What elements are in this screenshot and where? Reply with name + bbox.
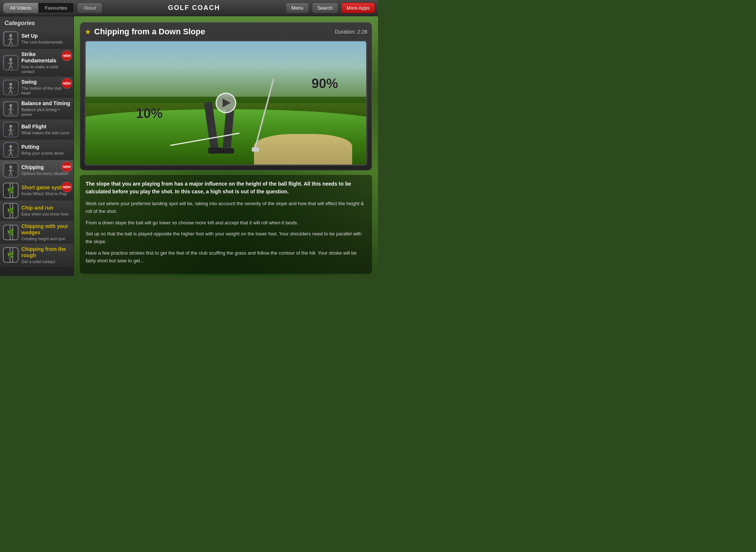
- svg-point-43: [9, 165, 12, 168]
- category-title-wedges: Chipping with your wedges: [21, 223, 71, 236]
- svg-point-36: [9, 145, 12, 148]
- sand-bunker: [254, 134, 352, 165]
- new-badge-strike: NEW: [62, 51, 72, 61]
- pct-10-label: 10%: [136, 106, 163, 121]
- club-head: [252, 147, 259, 152]
- category-title-balance: Balance and Timing: [21, 100, 71, 107]
- category-item-ball[interactable]: Ball FlightWhat makes the ball curve: [0, 120, 73, 140]
- svg-point-1: [9, 34, 12, 37]
- category-info-rough: Chipping from the roughGet a solid conta…: [21, 246, 71, 264]
- category-thumb-putting: [3, 142, 18, 158]
- favourites-tab[interactable]: Favourites: [38, 3, 74, 13]
- category-item-balance[interactable]: Balance and TimingBalance plus timing = …: [0, 98, 73, 120]
- svg-point-29: [9, 125, 12, 128]
- category-thumb-swing: [3, 80, 18, 95]
- description-para1: Work out where your preferred landing sp…: [86, 200, 366, 215]
- category-subtitle-rough: Get a solid contact: [21, 259, 71, 264]
- category-subtitle-balance: Balance plus timing = power: [21, 107, 71, 117]
- category-title-chiprun: Chip and run: [21, 205, 71, 211]
- category-item-chipping[interactable]: ChippingOptions for every situationNEW: [0, 160, 73, 180]
- category-list: Set UpThe core fundamentals Strike Funda…: [0, 29, 73, 267]
- category-thumb-rough: ▐▐🌿▐▐: [3, 247, 18, 263]
- pct-90-label: 90%: [312, 76, 338, 92]
- leg-left: [204, 102, 219, 154]
- video-panel: ★ Chipping from a Down Slope Duration: 2…: [80, 22, 372, 170]
- star-icon: ★: [85, 27, 91, 36]
- category-item-swing[interactable]: SwingThe motion of the club headNEW: [0, 77, 73, 98]
- category-info-balance: Balance and TimingBalance plus timing = …: [21, 100, 71, 117]
- category-subtitle-setup: The core fundamentals: [21, 40, 71, 45]
- all-videos-tab[interactable]: All Videos: [3, 3, 38, 13]
- about-button[interactable]: About: [77, 3, 102, 13]
- category-thumb-strike: [3, 55, 18, 70]
- category-thumb-chipping: [3, 162, 18, 178]
- description-para2: From a down slope the ball will go lower…: [86, 219, 366, 227]
- category-thumb-balance: [3, 101, 18, 117]
- category-item-short[interactable]: ▐▐🌿▐▐Short game systemKnow Which Shot to…: [0, 180, 73, 201]
- shoe-right: [220, 148, 234, 153]
- category-thumb-setup: [3, 31, 18, 46]
- app-title: GOLF COACH: [105, 4, 283, 12]
- content-area: ★ Chipping from a Down Slope Duration: 2…: [74, 16, 378, 276]
- main-layout: Categories Set UpThe core fundamentals S…: [0, 16, 378, 276]
- category-thumb-short: ▐▐🌿▐▐: [3, 183, 18, 198]
- video-background: 10% 90%: [86, 41, 366, 165]
- leg-right: [222, 109, 234, 153]
- category-subtitle-chiprun: Easy when you know how: [21, 212, 71, 217]
- description-para4: Have a few practice strokes first to get…: [86, 249, 366, 265]
- category-title-setup: Set Up: [21, 33, 71, 39]
- play-button[interactable]: [216, 93, 236, 113]
- category-subtitle-strike: How to make a solid contact: [21, 65, 71, 74]
- category-thumb-ball: [3, 122, 18, 137]
- category-info-chiprun: Chip and runEasy when you know how: [21, 205, 71, 217]
- video-title: Chipping from a Down Slope: [94, 27, 335, 37]
- svg-point-15: [9, 83, 12, 86]
- category-item-rough[interactable]: ▐▐🌿▐▐Chipping from the roughGet a solid …: [0, 244, 73, 267]
- sidebar: Categories Set UpThe core fundamentals S…: [0, 16, 74, 276]
- svg-point-8: [9, 58, 12, 61]
- menu-button[interactable]: Menu: [286, 3, 309, 13]
- category-thumb-chiprun: ▐▐🌿▐▐: [3, 203, 18, 218]
- category-item-putting[interactable]: PuttingBring your scores down: [0, 140, 73, 160]
- svg-point-22: [9, 104, 12, 107]
- video-duration: Duration: 2:26: [335, 29, 367, 35]
- category-title-putting: Putting: [21, 144, 71, 150]
- more-apps-button[interactable]: More Apps: [341, 3, 375, 13]
- category-item-chiprun[interactable]: ▐▐🌿▐▐Chip and runEasy when you know how: [0, 201, 73, 221]
- video-header: ★ Chipping from a Down Slope Duration: 2…: [85, 27, 367, 37]
- categories-header: Categories: [0, 16, 73, 29]
- category-item-strike[interactable]: Strike FundamentalsHow to make a solid c…: [0, 49, 73, 77]
- category-title-rough: Chipping from the rough: [21, 246, 71, 259]
- category-subtitle-wedges: Creating height and spin: [21, 237, 71, 241]
- video-tabs: All Videos Favourites: [3, 3, 74, 13]
- category-info-wedges: Chipping with your wedgesCreating height…: [21, 223, 71, 241]
- description-panel: The slope that you are playing from has …: [80, 175, 372, 274]
- category-subtitle-putting: Bring your scores down: [21, 151, 71, 156]
- category-subtitle-short: Know Which Shot to Play: [21, 192, 71, 196]
- category-title-ball: Ball Flight: [21, 124, 71, 130]
- category-info-setup: Set UpThe core fundamentals: [21, 33, 71, 45]
- category-item-setup[interactable]: Set UpThe core fundamentals: [0, 29, 73, 49]
- description-para3: Set up so that the ball is played opposi…: [86, 230, 366, 246]
- top-nav: All Videos Favourites About GOLF COACH M…: [0, 0, 378, 16]
- play-icon: [223, 99, 231, 107]
- video-frame[interactable]: 10% 90%: [85, 40, 367, 166]
- category-info-putting: PuttingBring your scores down: [21, 144, 71, 156]
- search-button[interactable]: Search: [312, 3, 338, 13]
- category-info-ball: Ball FlightWhat makes the ball curve: [21, 124, 71, 135]
- category-subtitle-ball: What makes the ball curve: [21, 131, 71, 135]
- category-subtitle-chipping: Options for every situation: [21, 171, 71, 176]
- category-thumb-wedges: ▐▐🌿▐▐: [3, 225, 18, 240]
- description-bold: The slope that you are playing from has …: [86, 180, 366, 196]
- new-badge-swing: NEW: [62, 78, 72, 89]
- category-item-wedges[interactable]: ▐▐🌿▐▐Chipping with your wedgesCreating h…: [0, 221, 73, 244]
